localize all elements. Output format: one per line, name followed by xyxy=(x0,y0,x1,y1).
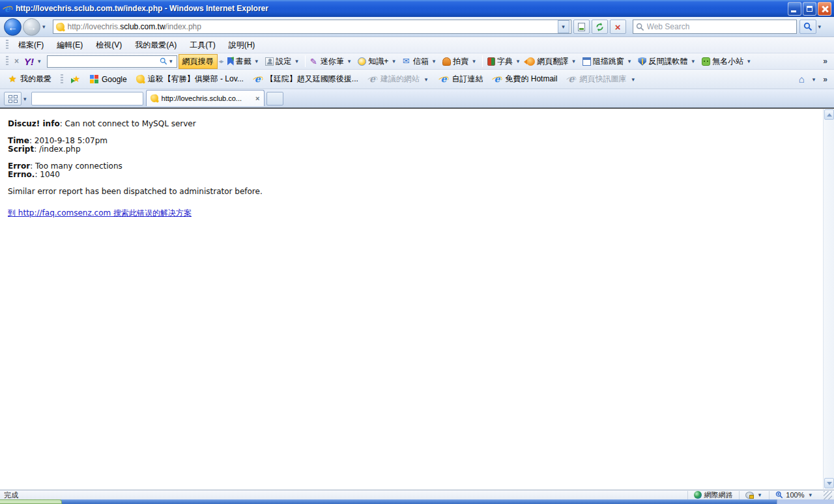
search-options-dropdown[interactable]: ▾ xyxy=(816,23,824,30)
wretch-icon xyxy=(702,57,710,66)
google-icon xyxy=(90,75,98,83)
restore-button[interactable] xyxy=(803,2,816,16)
yahoo-settings-button[interactable]: 設定▾ xyxy=(263,55,303,68)
web-search-box[interactable] xyxy=(633,20,797,34)
star-icon: ★ xyxy=(8,75,17,83)
quick-launch-segment[interactable] xyxy=(0,499,62,504)
menu-tools[interactable]: 工具(T) xyxy=(183,38,222,53)
compatibility-view-button[interactable] xyxy=(573,20,590,34)
search-icon xyxy=(636,23,644,31)
stamp-icon xyxy=(442,57,451,66)
dropdown-icon[interactable]: ▾ xyxy=(167,58,175,64)
menu-help[interactable]: 說明(H) xyxy=(222,38,262,53)
collapse-handle-icon[interactable]: ◂▸ xyxy=(218,58,225,64)
yahoo-antispyware-button[interactable]: 反間諜軟體▾ xyxy=(635,55,699,68)
toolbar-grip xyxy=(6,40,8,50)
separator xyxy=(305,55,306,67)
dropdown-icon: ▾ xyxy=(431,58,438,64)
address-bar[interactable]: http://lovechris.sclub.com.tw/index.php … xyxy=(53,20,571,34)
quick-tabs-icon xyxy=(8,95,18,103)
tab-favicon xyxy=(150,94,159,103)
web-search-input[interactable] xyxy=(647,22,794,31)
bookmark-icon xyxy=(227,57,234,66)
menu-view[interactable]: 檢視(V) xyxy=(89,38,128,53)
toolbar-grip xyxy=(61,74,63,85)
scroll-down-button[interactable] xyxy=(824,478,834,488)
forward-button[interactable]: → xyxy=(23,18,40,36)
active-tab[interactable]: http://lovechris.sclub.co... × xyxy=(146,90,265,106)
quick-tabs-button[interactable] xyxy=(4,92,22,105)
taskbar-right-segment xyxy=(777,499,834,504)
dropdown-icon: ▾ xyxy=(253,58,261,64)
menu-file[interactable]: 檔案(F) xyxy=(12,38,50,53)
resize-grip[interactable] xyxy=(824,491,832,499)
yahoo-search-box[interactable]: ▾ xyxy=(47,55,177,68)
yahoo-miniblog-button[interactable]: ✎迷你筆▾ xyxy=(308,55,356,68)
refresh-button[interactable] xyxy=(592,20,608,34)
stop-button[interactable]: × xyxy=(610,20,626,34)
zoom-control[interactable]: 100% ▾ xyxy=(769,491,820,499)
dropdown-icon: ▾ xyxy=(36,58,43,64)
menu-favorites[interactable]: 我的最愛(A) xyxy=(128,38,183,53)
favbar-link-web-slice-gallery[interactable]: e網頁快訊圖庫▾ xyxy=(563,72,640,87)
minimize-button[interactable] xyxy=(788,2,801,16)
toolbar-overflow-chevron[interactable]: » xyxy=(820,57,830,66)
add-to-favorites-bar-button[interactable]: ★ xyxy=(69,73,84,85)
yahoo-knowledge-button[interactable]: 知識+▾ xyxy=(355,55,400,68)
zoom-icon xyxy=(775,491,783,499)
history-dropdown[interactable]: ▾ xyxy=(40,23,48,30)
dropdown-icon: ▾ xyxy=(515,58,522,64)
security-lock-icon xyxy=(745,492,754,499)
favbar-link-custom-links[interactable]: e自訂連結 xyxy=(435,72,486,87)
toolbar-close-button[interactable]: × xyxy=(12,57,22,66)
dropdown-icon: ▾ xyxy=(807,492,814,498)
favbar-link-suggested-sites[interactable]: e建議的網站▾ xyxy=(364,72,433,87)
arrow-up-icon xyxy=(827,113,832,117)
favbar-link-club[interactable]: 追殺【宥勝】俱樂部 - Lov... xyxy=(133,72,247,87)
yahoo-search-input[interactable] xyxy=(50,57,160,66)
tab-bar: ▾ http://lovechris.sclub.co... × xyxy=(0,89,834,108)
yahoo-wretch-button[interactable]: 無名小站▾ xyxy=(699,55,755,68)
yahoo-dictionary-button[interactable]: 字典▾ xyxy=(485,55,525,68)
fish-icon xyxy=(526,57,535,66)
address-dropdown-button[interactable]: ▾ xyxy=(558,20,569,33)
status-text: 完成 xyxy=(2,490,687,500)
favorites-button[interactable]: ★我的最愛 xyxy=(5,72,55,87)
yahoo-mail-button[interactable]: ✉信箱▾ xyxy=(400,55,440,68)
favbar-link-google[interactable]: Google xyxy=(87,73,130,86)
favorites-bar: ★我的最愛 ★ Google 追殺【宥勝】俱樂部 - Lov... e【廷院】趙… xyxy=(0,70,834,89)
person-icon xyxy=(265,57,274,66)
site-favicon xyxy=(55,22,65,32)
menu-edit[interactable]: 編輯(E) xyxy=(50,38,89,53)
new-tab-button[interactable] xyxy=(266,92,283,105)
yahoo-translate-button[interactable]: 網頁翻譯▾ xyxy=(524,55,580,68)
yahoo-web-search-button[interactable]: 網頁搜尋 xyxy=(179,54,218,69)
favbar-link-hotmail[interactable]: e免費的 Hotmail xyxy=(489,72,560,87)
faq-link[interactable]: 到 http://faq.comsenz.com 搜索此错误的解决方案 xyxy=(8,208,192,217)
blank-tab[interactable] xyxy=(31,92,143,105)
dropdown-icon: ▾ xyxy=(811,76,818,83)
favbar-overflow-chevron[interactable]: » xyxy=(820,75,830,84)
scroll-up-button[interactable] xyxy=(824,109,834,120)
dropdown-icon: ▾ xyxy=(570,58,577,64)
tab-close-button[interactable]: × xyxy=(255,94,259,102)
search-go-button[interactable] xyxy=(799,20,816,34)
address-url[interactable]: http://lovechris.sclub.com.tw/index.php xyxy=(68,22,558,31)
shield-icon xyxy=(638,57,646,66)
tab-list-dropdown[interactable]: ▾ xyxy=(22,96,29,102)
yahoo-popup-blocker-button[interactable]: 阻擋跳窗▾ xyxy=(580,55,636,68)
protected-mode-indicator[interactable]: ▾ xyxy=(739,491,769,499)
yahoo-auction-button[interactable]: 拍賣▾ xyxy=(440,55,480,68)
home-button[interactable]: ⌂▾ xyxy=(796,73,821,85)
close-button[interactable] xyxy=(818,2,831,16)
dropdown-icon: ▾ xyxy=(423,76,430,83)
windows-taskbar-edge[interactable] xyxy=(0,499,834,504)
yahoo-logo-button[interactable]: Y! ▾ xyxy=(22,55,46,68)
vertical-scrollbar[interactable] xyxy=(823,109,834,489)
refresh-icon xyxy=(595,22,605,32)
back-button[interactable]: ← xyxy=(4,18,22,36)
favbar-link-fanclub[interactable]: e【廷院】趙又廷國際後援... xyxy=(250,72,362,87)
separator xyxy=(482,55,483,67)
dropdown-icon: ▾ xyxy=(390,58,397,64)
yahoo-bookmarks-button[interactable]: 書籤▾ xyxy=(225,55,263,68)
